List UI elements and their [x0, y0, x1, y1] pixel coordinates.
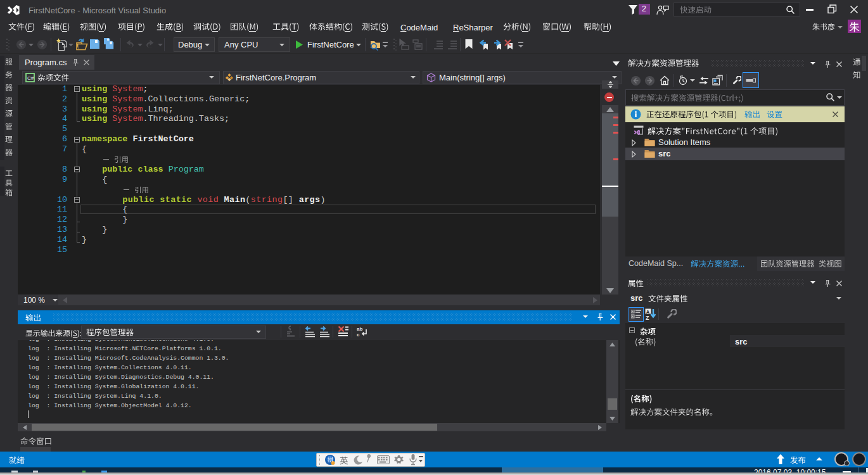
svg-text:ab: ab: [357, 326, 362, 332]
svg-text:Z: Z: [646, 315, 649, 320]
svg-text:A: A: [646, 309, 650, 315]
svg-text:c: c: [357, 332, 360, 338]
svg-text:C#: C#: [27, 75, 34, 81]
